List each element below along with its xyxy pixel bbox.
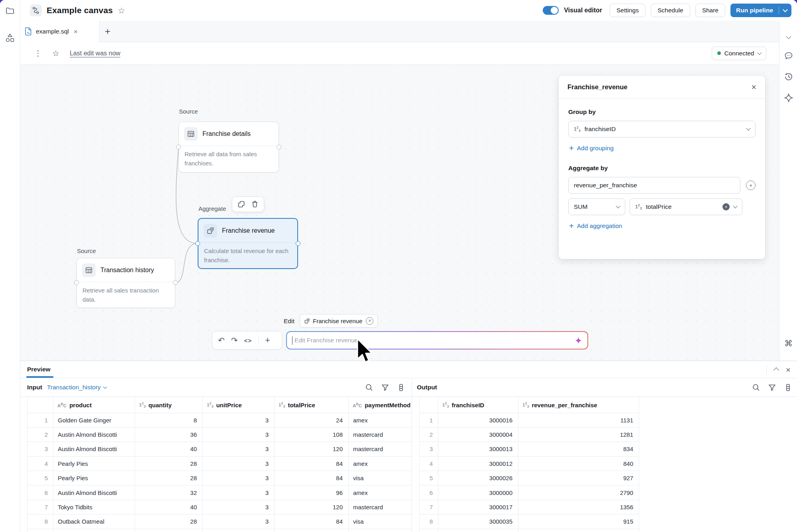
group-by-field-select[interactable]: 123 franchiseID [568, 121, 756, 137]
copy-node-icon[interactable] [238, 200, 245, 208]
code-view-icon[interactable]: <> [244, 337, 252, 344]
node-kind-label: Source [179, 108, 198, 115]
redo-icon[interactable]: ↷ [231, 336, 238, 344]
ai-sparkle-icon[interactable] [575, 337, 582, 344]
plus-icon: + [569, 222, 574, 230]
new-tab-button[interactable]: + [100, 21, 116, 42]
filter-icon[interactable] [768, 383, 776, 392]
run-options-chevron-icon[interactable] [779, 10, 791, 12]
undo-icon[interactable]: ↶ [218, 336, 225, 344]
add-icon[interactable]: + [265, 335, 270, 346]
column-header-unitPrice[interactable]: 123unitPrice [203, 397, 275, 413]
search-icon[interactable] [752, 383, 760, 392]
add-grouping-label: Add grouping [577, 145, 614, 152]
node-port[interactable] [296, 241, 300, 246]
data-grid: ABCproduct123quantity123unitPrice123tota… [27, 397, 412, 532]
node-transaction-history[interactable]: Transaction history Retrieve all sales t… [77, 258, 175, 308]
keyboard-shortcuts-icon[interactable]: ⌘ [784, 339, 793, 348]
add-grouping-button[interactable]: + Add grouping [569, 144, 756, 152]
close-preview-icon[interactable]: × [786, 365, 791, 374]
node-franchise-details[interactable]: Franchise details Retrieve all data from… [179, 122, 279, 173]
number-type-icon: 123 [207, 402, 213, 407]
aggregate-function-select[interactable]: SUM [568, 198, 625, 215]
star-file-icon[interactable]: ☆ [52, 49, 59, 57]
remove-target-icon[interactable]: × [366, 317, 373, 325]
column-header-franchiseID[interactable]: 123franchiseID [438, 397, 518, 413]
run-pipeline-button[interactable]: Run pipeline [730, 4, 791, 17]
collapse-preview-icon[interactable] [773, 367, 779, 373]
row-number-header [420, 397, 438, 413]
tab-example-sql[interactable]: example.sql × [20, 21, 100, 42]
input-source-dropdown[interactable]: Transaction_history [47, 384, 106, 391]
row-height-icon[interactable] [397, 383, 405, 392]
row-height-icon[interactable] [784, 383, 792, 392]
connection-status-dropdown[interactable]: Connected [712, 47, 766, 60]
table-source-icon [184, 127, 198, 141]
settings-button[interactable]: Settings [610, 4, 646, 17]
tab-close-icon[interactable]: × [74, 28, 78, 35]
cell-quantity: 40 [135, 500, 203, 514]
aggregate-icon [304, 318, 310, 324]
filter-icon[interactable] [381, 383, 389, 392]
edit-target-chip[interactable]: Franchise revenue × [300, 314, 378, 328]
node-franchise-revenue[interactable]: Franchise revenue Calculate total revenu… [198, 218, 298, 269]
pipeline-canvas[interactable]: Source Franchise details Retrieve all da… [20, 65, 779, 361]
table-row: 130000161131 [420, 413, 644, 427]
node-port[interactable] [173, 280, 178, 285]
node-port[interactable] [277, 145, 281, 149]
aggregate-field-select[interactable]: 123 totalPrice × [630, 198, 742, 215]
column-header-quantity[interactable]: 123quantity [135, 397, 203, 413]
node-port[interactable] [74, 280, 79, 285]
preview-titlebar: Preview × [20, 361, 797, 378]
tab-strip: example.sql × + [20, 21, 779, 42]
shapes-lineage-icon[interactable] [5, 33, 15, 43]
number-type-icon: 123 [279, 402, 285, 407]
node-header: Transaction history [77, 258, 175, 282]
filler-cell [639, 500, 644, 514]
folder-icon[interactable] [5, 6, 15, 16]
share-button[interactable]: Share [695, 4, 725, 17]
right-sidebar: ⌘ [779, 21, 797, 361]
collapse-chevron-icon[interactable] [787, 33, 790, 40]
ai-prompt-input[interactable] [294, 336, 575, 344]
last-edit-link[interactable]: Last edit was now [70, 50, 120, 57]
favorite-star-icon[interactable]: ☆ [118, 6, 125, 15]
comments-icon[interactable] [783, 51, 793, 61]
column-header-paymentMethod[interactable]: ABCpaymentMethod [349, 397, 412, 413]
visual-editor-toggle[interactable] [543, 6, 559, 15]
delete-node-icon[interactable] [251, 200, 259, 208]
search-icon[interactable] [365, 383, 373, 392]
close-panel-icon[interactable]: × [751, 83, 756, 92]
schedule-button[interactable]: Schedule [651, 4, 690, 17]
cell-product: Austin Almond Biscotti [53, 442, 135, 456]
add-aggregation-button[interactable]: + Add aggregation [569, 222, 756, 230]
clear-field-icon[interactable]: × [722, 203, 730, 210]
data-grid: 123franchiseID123revenue_per_franchise13… [419, 397, 644, 532]
sparkle-assistant-icon[interactable] [783, 93, 793, 103]
cell-franchiseID: 3000026 [438, 471, 518, 485]
version-history-icon[interactable] [783, 72, 793, 82]
aggregation-name-input[interactable]: revenue_per_franchise [568, 177, 740, 194]
table-row: 33000013834 [420, 442, 644, 456]
remove-aggregation-icon[interactable]: × [746, 181, 756, 190]
node-port[interactable] [176, 145, 181, 149]
preview-panel: Preview × Input Transaction_history [20, 361, 797, 532]
cell-product [53, 529, 135, 532]
node-header: Franchise details [179, 122, 279, 145]
node-header: Franchise revenue [198, 219, 297, 242]
column-header-revenue_per_franchise[interactable]: 123revenue_per_franchise [518, 397, 639, 413]
header-row: 123franchiseID123revenue_per_franchise [420, 397, 644, 413]
more-options-kebab-icon[interactable]: ⋮ [34, 49, 42, 58]
header-actions: Visual editor Settings Schedule Share Ru… [543, 4, 791, 17]
column-header-totalPrice[interactable]: 123totalPrice [275, 397, 349, 413]
text-type-icon: ABC [353, 403, 362, 408]
cell-franchiseID: 3000016 [438, 413, 518, 427]
row-number: 5 [27, 471, 53, 485]
preview-tab-label: Preview [27, 366, 51, 373]
output-table-container: 123franchiseID123revenue_per_franchise13… [412, 397, 797, 532]
node-port[interactable] [195, 241, 200, 246]
node-description: Calculate total revenue for each franchi… [198, 243, 297, 269]
column-header-product[interactable]: ABCproduct [53, 397, 135, 413]
table-row: 8Outback Oatmeal28384visa [27, 514, 412, 529]
tab-preview[interactable]: Preview [27, 361, 51, 378]
